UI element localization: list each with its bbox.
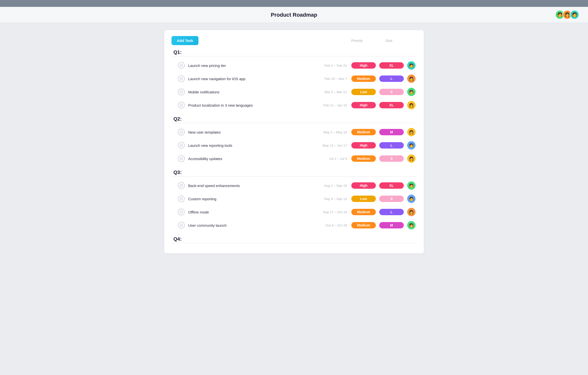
task-avatar[interactable]: 👩	[407, 154, 416, 163]
size-badge[interactable]: XL	[379, 102, 404, 108]
quarter-label-q1: Q1:	[173, 50, 416, 55]
toolbar: Add Task Priority Size	[172, 36, 416, 45]
task-check-icon[interactable]	[178, 102, 185, 109]
task-row[interactable]: ⋮⋮Product localization in 3 new language…	[172, 99, 416, 112]
size-badge[interactable]: XL	[379, 62, 404, 69]
task-name: Launch new navigation for iOS app	[188, 77, 315, 81]
task-dates: Feb 19 – Mar 7	[315, 77, 347, 81]
size-badge[interactable]: L	[379, 209, 404, 215]
priority-badge[interactable]: Medium	[351, 75, 376, 82]
task-avatar[interactable]: 👩	[407, 75, 416, 83]
task-dates: Oct 9 – Oct 29	[315, 224, 347, 227]
task-name: Launch new reporting tools	[188, 143, 315, 148]
size-badge[interactable]: L	[379, 75, 404, 82]
priority-badge[interactable]: High	[351, 102, 376, 108]
task-row[interactable]: ⋮⋮User community launchOct 9 – Oct 29Med…	[172, 219, 416, 232]
main-card: Add Task Priority Size Q1:⋮⋮Launch new p…	[164, 30, 424, 253]
size-badge[interactable]: S	[379, 196, 404, 202]
size-badge[interactable]: M	[379, 129, 404, 135]
task-avatar[interactable]: 🧑	[407, 88, 416, 96]
task-avatar[interactable]: 👩	[407, 208, 416, 216]
task-name: User community launch	[188, 223, 315, 227]
add-task-button[interactable]: Add Task	[172, 36, 198, 45]
task-check-icon[interactable]	[178, 155, 185, 162]
quarter-label-q4: Q4:	[173, 236, 416, 242]
task-name: Custom reporting	[188, 197, 315, 201]
task-avatar[interactable]: 🧑	[407, 221, 416, 229]
task-row[interactable]: ⋮⋮Accessibility updatesJul 1 – Jul 9Medi…	[172, 152, 416, 165]
task-row[interactable]: ⋮⋮Launch new navigation for iOS appFeb 1…	[172, 72, 416, 85]
task-dates: Feb 11 – Apr 10	[315, 103, 347, 107]
task-check-icon[interactable]	[178, 88, 185, 95]
priority-badge[interactable]: Medium	[351, 129, 376, 135]
task-avatar[interactable]: 👩	[407, 128, 416, 136]
task-dates: Mar 5 – Mar 21	[315, 90, 347, 94]
task-name: Product localization in 3 new languages	[188, 103, 315, 107]
task-row[interactable]: ⋮⋮Launch new reporting toolsMay 13 – Jun…	[172, 139, 416, 152]
task-check-icon[interactable]	[178, 195, 185, 202]
task-row[interactable]: ⋮⋮Custom reportingSep 9 – Sep 13LowS🧑	[172, 192, 416, 205]
size-column-header: Size	[373, 38, 405, 43]
avatar-3[interactable]: 🧑	[570, 10, 579, 19]
task-check-icon[interactable]	[178, 142, 185, 149]
size-badge[interactable]: S	[379, 89, 404, 95]
quarter-divider-q3	[172, 176, 416, 176]
task-check-icon[interactable]	[178, 129, 185, 136]
column-headers: Priority Size	[341, 38, 416, 43]
size-badge[interactable]: XL	[379, 182, 404, 189]
task-check-icon[interactable]	[178, 62, 185, 69]
size-badge[interactable]: M	[379, 222, 404, 228]
task-dates: Jul 1 – Jul 9	[315, 157, 347, 161]
task-avatar[interactable]: 🧑	[407, 61, 416, 70]
page-content: Add Task Priority Size Q1:⋮⋮Launch new p…	[0, 23, 588, 375]
priority-badge[interactable]: Medium	[351, 155, 376, 162]
quarter-label-q3: Q3:	[173, 170, 416, 175]
task-avatar[interactable]: 🧑	[407, 181, 416, 190]
quarter-divider-q1	[172, 56, 416, 56]
task-check-icon[interactable]	[178, 209, 185, 215]
header-avatars: 🧑 👩 🧑	[555, 10, 579, 19]
priority-column-header: Priority	[341, 38, 373, 43]
priority-badge[interactable]: High	[351, 62, 376, 69]
top-bar	[0, 0, 588, 7]
task-name: Back-end speed enhancements	[188, 184, 315, 188]
page-title: Product Roadmap	[271, 12, 317, 18]
quarter-label-q2: Q2:	[173, 116, 416, 122]
task-name: Mobile notifications	[188, 90, 315, 94]
task-dates: Feb 4 – Feb 22	[315, 64, 347, 67]
task-row[interactable]: ⋮⋮Mobile notificationsMar 5 – Mar 21LowS…	[172, 85, 416, 99]
quarter-divider-q2	[172, 123, 416, 123]
priority-badge[interactable]: Low	[351, 196, 376, 202]
priority-badge[interactable]: Low	[351, 89, 376, 95]
task-dates: Aug 1 – Sep 18	[315, 184, 347, 188]
task-dates: Sep 17 – Oct 18	[315, 210, 347, 214]
task-row[interactable]: ⋮⋮Launch new pricing tierFeb 4 – Feb 22H…	[172, 59, 416, 72]
task-avatar[interactable]: 🧑	[407, 195, 416, 203]
task-dates: May 2 – May 16	[315, 130, 347, 134]
task-name: Accessibility updates	[188, 157, 315, 161]
size-badge[interactable]: L	[379, 142, 404, 149]
task-row[interactable]: ⋮⋮New user templatesMay 2 – May 16Medium…	[172, 125, 416, 139]
task-name: Launch new pricing tier	[188, 63, 315, 68]
priority-badge[interactable]: High	[351, 182, 376, 189]
size-badge[interactable]: S	[379, 155, 404, 162]
task-row[interactable]: ⋮⋮Back-end speed enhancementsAug 1 – Sep…	[172, 179, 416, 192]
priority-badge[interactable]: Medium	[351, 222, 376, 228]
task-check-icon[interactable]	[178, 75, 185, 82]
task-check-icon[interactable]	[178, 222, 185, 229]
task-name: New user templates	[188, 130, 315, 134]
task-dates: Sep 9 – Sep 13	[315, 197, 347, 201]
task-row[interactable]: ⋮⋮Offline modeSep 17 – Oct 18MediumL👩	[172, 205, 416, 219]
task-dates: May 13 – Jun 17	[315, 144, 347, 147]
task-avatar[interactable]: 🧑	[407, 141, 416, 150]
priority-badge[interactable]: High	[351, 142, 376, 149]
task-name: Offline mode	[188, 210, 315, 214]
quarter-divider-q4	[172, 243, 416, 243]
task-avatar[interactable]: 👩	[407, 101, 416, 109]
priority-badge[interactable]: Medium	[351, 209, 376, 215]
app-header: Product Roadmap 🧑 👩 🧑	[0, 7, 588, 23]
quarters-container: Q1:⋮⋮Launch new pricing tierFeb 4 – Feb …	[172, 50, 416, 243]
